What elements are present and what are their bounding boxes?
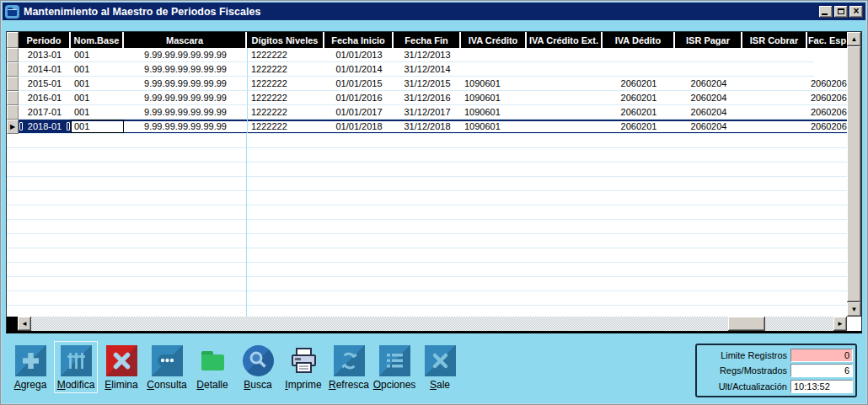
agrega-button[interactable]: Agrega bbox=[8, 341, 52, 393]
cell-iva-credito[interactable] bbox=[461, 62, 527, 77]
header-selector-cell[interactable] bbox=[7, 32, 19, 48]
cell-iva-credito-ext[interactable] bbox=[527, 62, 603, 77]
cell-iva-dedito[interactable] bbox=[603, 48, 675, 62]
cell-fecha-inicio[interactable]: 01/01/2018 bbox=[324, 120, 394, 134]
cell-iva-dedito[interactable] bbox=[603, 62, 675, 77]
cell-fecha-fin[interactable]: 31/12/2018 bbox=[394, 120, 461, 134]
table-row[interactable]: ▶ 2016-01 001 9.99.99.99.99.99.99 122222… bbox=[7, 91, 847, 105]
row-selector[interactable]: ▶ bbox=[7, 120, 19, 134]
cell-nom-base[interactable]: 001 bbox=[71, 120, 124, 134]
cell-isr-pagar[interactable] bbox=[675, 48, 742, 62]
vertical-scrollbar[interactable]: ▲ ▼ bbox=[847, 32, 861, 317]
header-iva-credito-ext[interactable]: IVA Crédito Ext. bbox=[527, 32, 603, 48]
row-selector[interactable]: ▶ bbox=[7, 77, 19, 91]
minimize-button[interactable] bbox=[819, 6, 833, 18]
cell-mascara[interactable]: 9.99.99.99.99.99.99 bbox=[124, 105, 247, 120]
header-nom-base[interactable]: Nom.Base bbox=[71, 32, 124, 48]
cell-mascara[interactable]: 9.99.99.99.99.99.99 bbox=[124, 120, 247, 134]
cell-isr-cobrar[interactable] bbox=[742, 120, 807, 134]
close-button[interactable]: × bbox=[849, 6, 863, 18]
cell-isr-pagar[interactable]: 2060204 bbox=[675, 120, 742, 134]
header-iva-dedito[interactable]: IVA Dédito bbox=[603, 32, 675, 48]
scroll-left-button[interactable]: ◄ bbox=[18, 317, 31, 331]
cell-digitos-niveles[interactable]: 1222222 bbox=[247, 120, 324, 134]
scroll-right-button[interactable]: ► bbox=[833, 317, 847, 331]
cell-iva-dedito[interactable]: 2060201 bbox=[603, 105, 675, 120]
header-fac-esp[interactable]: Fac. Esp bbox=[807, 32, 847, 48]
cell-iva-dedito[interactable]: 2060201 bbox=[603, 120, 675, 134]
cell-digitos-niveles[interactable]: 1222222 bbox=[247, 105, 324, 120]
scroll-up-button[interactable]: ▲ bbox=[847, 32, 861, 46]
cell-mascara[interactable]: 9.99.99.99.99.99.99 bbox=[124, 77, 247, 91]
cell-fecha-fin[interactable]: 31/12/2013 bbox=[394, 48, 461, 62]
cell-fac-esp[interactable] bbox=[807, 48, 814, 62]
scroll-down-button[interactable]: ▼ bbox=[847, 302, 861, 317]
header-iva-credito[interactable]: IVA Crédito bbox=[461, 32, 527, 48]
cell-isr-pagar[interactable]: 2060204 bbox=[675, 105, 742, 120]
header-isr-cobrar[interactable]: ISR Cobrar bbox=[742, 32, 807, 48]
cell-periodo[interactable]: 2013-01 bbox=[19, 48, 71, 62]
busca-button[interactable]: Busca bbox=[236, 341, 280, 393]
header-fecha-inicio[interactable]: Fecha Inicio bbox=[324, 32, 394, 48]
cell-digitos-niveles[interactable]: 1222222 bbox=[247, 91, 324, 105]
row-selector[interactable]: ▶ bbox=[7, 91, 19, 105]
detalle-button[interactable]: Detalle bbox=[190, 341, 234, 393]
table-row[interactable]: ▶ 2014-01 001 9.99.99.99.99.99.99 122222… bbox=[7, 62, 847, 77]
cell-digitos-niveles[interactable]: 1222222 bbox=[247, 77, 324, 91]
cell-fecha-inicio[interactable]: 01/01/2016 bbox=[324, 91, 394, 105]
cell-digitos-niveles[interactable]: 1222222 bbox=[247, 48, 324, 62]
modifica-button[interactable]: Modifica bbox=[54, 341, 98, 393]
titlebar[interactable]: Mantenimiento al Maestro de Periodos Fis… bbox=[3, 3, 865, 20]
horizontal-scrollbar-thumb[interactable] bbox=[728, 317, 765, 331]
cell-fecha-inicio[interactable]: 01/01/2017 bbox=[324, 105, 394, 120]
refresca-button[interactable]: Refresca bbox=[327, 341, 371, 393]
cell-isr-cobrar[interactable] bbox=[742, 48, 807, 62]
elimina-button[interactable]: Elimina bbox=[99, 341, 143, 393]
horizontal-scrollbar[interactable]: ◄ ► bbox=[7, 317, 847, 331]
cell-fecha-fin[interactable]: 31/12/2017 bbox=[394, 105, 461, 120]
cell-mascara[interactable]: 9.99.99.99.99.99.99 bbox=[124, 48, 247, 62]
cell-digitos-niveles[interactable]: 1222222 bbox=[247, 62, 324, 77]
opciones-button[interactable]: Opciones bbox=[372, 341, 416, 393]
cell-mascara[interactable]: 9.99.99.99.99.99.99 bbox=[124, 91, 247, 105]
cell-isr-pagar[interactable] bbox=[675, 62, 742, 77]
cell-iva-credito-ext[interactable] bbox=[527, 105, 603, 120]
cell-fecha-fin[interactable]: 31/12/2015 bbox=[394, 77, 461, 91]
table-row[interactable]: ▶ 2013-01 001 9.99.99.99.99.99.99 122222… bbox=[7, 48, 847, 62]
cell-isr-cobrar[interactable] bbox=[742, 105, 807, 120]
cell-nom-base[interactable]: 001 bbox=[71, 48, 124, 62]
cell-fac-esp[interactable]: 2060206 bbox=[807, 91, 847, 105]
header-mascara[interactable]: Mascara bbox=[124, 32, 247, 48]
cell-fac-esp[interactable]: 2060206 bbox=[807, 120, 847, 134]
cell-periodo[interactable]: 2016-01 bbox=[19, 91, 71, 105]
table-row[interactable]: ▶ 2018-01 001 9.99.99.99.99.99.99 122222… bbox=[7, 120, 847, 134]
consulta-button[interactable]: Consulta bbox=[145, 341, 189, 393]
cell-isr-cobrar[interactable] bbox=[742, 77, 807, 91]
limite-registros-field[interactable]: 0 bbox=[790, 349, 853, 362]
vertical-scrollbar-thumb[interactable] bbox=[847, 46, 861, 302]
cell-fecha-inicio[interactable]: 01/01/2015 bbox=[324, 77, 394, 91]
cell-fecha-inicio[interactable]: 01/01/2013 bbox=[324, 48, 394, 62]
imprime-button[interactable]: Imprime bbox=[281, 341, 325, 393]
cell-iva-credito[interactable]: 1090601 bbox=[461, 105, 527, 120]
ult-actualizacion-field[interactable]: 10:13:52 bbox=[790, 380, 853, 393]
regs-mostrados-field[interactable]: 6 bbox=[790, 364, 853, 377]
cell-iva-credito[interactable]: 1090601 bbox=[461, 77, 527, 91]
cell-periodo[interactable]: 2017-01 bbox=[19, 105, 71, 120]
cell-periodo[interactable]: 2014-01 bbox=[19, 62, 71, 77]
cell-iva-credito-ext[interactable] bbox=[527, 77, 603, 91]
cell-iva-credito[interactable]: 1090601 bbox=[461, 120, 527, 134]
cell-iva-credito-ext[interactable] bbox=[527, 48, 603, 62]
table-row[interactable]: ▶ 2015-01 001 9.99.99.99.99.99.99 122222… bbox=[7, 77, 847, 91]
cell-isr-cobrar[interactable] bbox=[742, 91, 807, 105]
cell-nom-base[interactable]: 001 bbox=[71, 77, 124, 91]
cell-fac-esp[interactable]: 2060206 bbox=[807, 77, 847, 91]
cell-fac-esp[interactable]: 2060206 bbox=[807, 105, 847, 120]
cell-periodo[interactable]: 2018-01 bbox=[19, 120, 71, 134]
cell-iva-dedito[interactable]: 2060201 bbox=[603, 91, 675, 105]
header-isr-pagar[interactable]: ISR Pagar bbox=[675, 32, 742, 48]
cell-fecha-fin[interactable]: 31/12/2016 bbox=[394, 91, 461, 105]
cell-mascara[interactable]: 9.99.99.99.99.99.99 bbox=[124, 62, 247, 77]
header-digitos-niveles[interactable]: Dígitos Niveles bbox=[247, 32, 324, 48]
cell-periodo[interactable]: 2015-01 bbox=[19, 77, 71, 91]
